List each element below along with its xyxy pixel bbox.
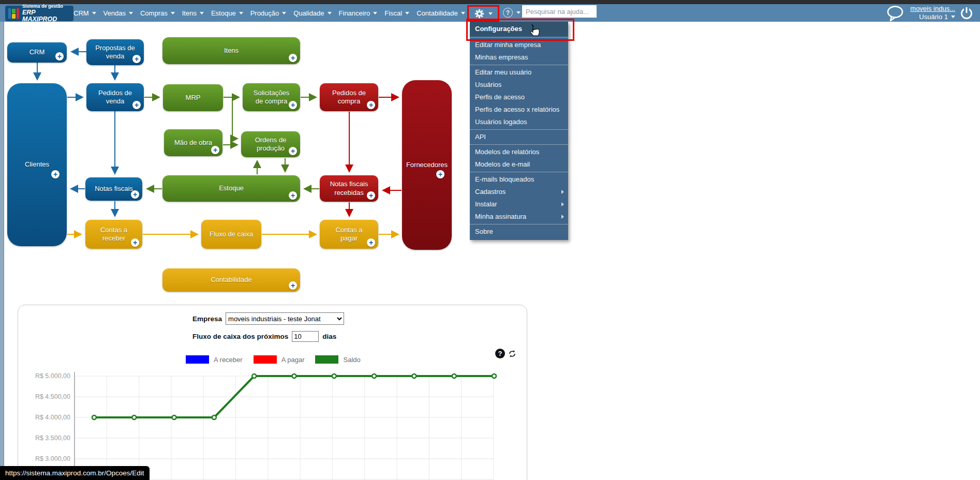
add-record-icon[interactable]: + <box>367 191 375 200</box>
nav-menu-vendas[interactable]: Vendas <box>103 9 133 17</box>
nav-menu-produção[interactable]: Produção <box>250 9 287 17</box>
add-record-icon[interactable]: + <box>211 146 219 154</box>
menu-item-e-mails-bloqueados[interactable]: E-mails bloqueados <box>470 173 568 186</box>
flow-box-fluxo-de-caixa[interactable]: Fluxo de caixa <box>201 220 261 249</box>
gear-icon <box>474 9 484 19</box>
svg-text:R$ 5.000,00: R$ 5.000,00 <box>35 372 70 380</box>
submenu-arrow-icon <box>561 190 564 194</box>
flow-box-ordens-de-producao[interactable]: Ordens de produção+ <box>241 131 300 157</box>
flow-box-propostas-de-venda[interactable]: Propostas de venda+ <box>86 39 144 65</box>
flow-box-estoque[interactable]: Estoque+ <box>162 175 300 202</box>
menu-separator <box>470 224 568 224</box>
caret-down-icon <box>200 12 204 14</box>
help-caret-icon <box>516 11 521 14</box>
add-record-icon[interactable]: + <box>131 190 139 199</box>
nav-menu-crm[interactable]: CRM <box>73 9 96 17</box>
add-record-icon[interactable]: + <box>289 281 297 290</box>
chart-help-icon[interactable]: ? <box>495 349 505 358</box>
menu-item-sobre[interactable]: Sobre <box>470 226 568 238</box>
browser-status-url: https://sistema.maxiprod.com.br/Opcoes/E… <box>0 466 150 480</box>
chart-legend: A receberA pagarSaldo <box>186 355 367 364</box>
menu-separator <box>470 129 568 130</box>
flow-box-mrp[interactable]: MRP <box>163 84 223 111</box>
chat-bubble-icon[interactable] <box>885 4 907 22</box>
menu-item-instalar[interactable]: Instalar <box>470 198 568 211</box>
flow-box-contabilidade[interactable]: Contabilidade+ <box>162 268 300 292</box>
nav-menu-financeiro[interactable]: Financeiro <box>339 9 378 17</box>
menu-item-editar-minha-empresa[interactable]: Editar minha empresa <box>470 39 568 51</box>
add-record-icon[interactable]: + <box>289 191 297 200</box>
legend-swatch-saldo <box>315 355 338 364</box>
refresh-icon[interactable] <box>508 349 517 358</box>
caret-down-icon <box>282 12 286 14</box>
flow-box-notas-fiscais-recebidas[interactable]: Notas fiscais recebidas+ <box>320 175 378 202</box>
add-record-icon[interactable]: + <box>289 101 297 109</box>
add-record-icon[interactable]: + <box>289 147 297 155</box>
cashflow-chart: R$ 5.000,00R$ 4.500,00R$ 4.000,00R$ 3.50… <box>19 369 525 480</box>
cashflow-panel: Empresa moveis industriais - teste Jonat… <box>18 305 527 480</box>
user-caret-icon <box>951 16 955 18</box>
menu-item-editar-meu-usu-rio[interactable]: Editar meu usuário <box>470 66 568 79</box>
help-menu-button[interactable]: ? <box>503 8 521 18</box>
menu-item-cadastros[interactable]: Cadastros <box>470 186 568 198</box>
nav-menu-qualidade[interactable]: Qualidade <box>293 9 331 17</box>
add-record-icon[interactable]: + <box>55 52 64 61</box>
caret-down-icon <box>239 12 243 14</box>
nav-menu-compras[interactable]: Compras <box>140 9 175 17</box>
user-menu[interactable]: Usuário 1 <box>919 13 955 21</box>
add-record-icon[interactable]: + <box>131 238 139 247</box>
flow-box-pedidos-de-venda[interactable]: Pedidos de venda+ <box>86 83 144 111</box>
add-record-icon[interactable]: + <box>132 101 141 109</box>
menu-item-modelos-de-e-mail[interactable]: Modelos de e-mail <box>470 158 568 171</box>
settings-caret-icon <box>488 12 493 15</box>
nav-menu-estoque[interactable]: Estoque <box>211 9 243 17</box>
nav-menu-fiscal[interactable]: Fiscal <box>384 9 409 17</box>
add-record-icon[interactable]: + <box>132 55 141 63</box>
menu-item-usu-rios-logados[interactable]: Usuários logados <box>470 116 568 128</box>
dias-input[interactable] <box>292 331 319 342</box>
erp-logo[interactable]: Sistema de gestão ERP MAXIPROD <box>5 6 73 21</box>
add-record-icon[interactable]: + <box>289 54 297 62</box>
nav-menu-itens[interactable]: Itens <box>182 9 204 17</box>
menu-item-perfis-de-acesso-x-relat-rios[interactable]: Perfis de acesso x relatórios <box>470 103 568 116</box>
legend-label: Saldo <box>343 356 360 364</box>
settings-gear-button[interactable] <box>467 5 499 22</box>
flow-box-mao-de-obra[interactable]: Mão de obra+ <box>164 129 222 156</box>
menu-item-api[interactable]: API <box>470 131 568 143</box>
empresa-select[interactable]: moveis industriais - teste Jonat <box>226 312 344 325</box>
menu-item-perfis-de-acesso[interactable]: Perfis de acesso <box>470 91 568 103</box>
dias-suffix: dias <box>322 333 336 340</box>
caret-down-icon <box>171 12 175 14</box>
search-input[interactable] <box>522 5 597 18</box>
menu-item-minhas-empresas[interactable]: Minhas empresas <box>470 51 568 64</box>
add-record-icon[interactable]: + <box>436 170 444 178</box>
flow-box-pedidos-de-compra[interactable]: Pedidos de compra+ <box>320 83 378 111</box>
flow-box-contas-a-receber[interactable]: Contas a receber+ <box>85 220 142 249</box>
add-record-icon[interactable]: + <box>367 101 375 109</box>
legend-swatch-a-pagar <box>254 355 277 364</box>
submenu-arrow-icon <box>561 202 564 206</box>
flow-box-clientes[interactable]: Clientes+ <box>7 83 67 246</box>
browser-top-strip <box>0 0 980 4</box>
flow-box-crm[interactable]: CRM+ <box>7 42 67 63</box>
flow-box-contas-a-pagar[interactable]: Contas a pagar+ <box>320 220 378 249</box>
menu-item-configura-es[interactable]: Configurações <box>470 22 568 36</box>
nav-menu-contabilidade[interactable]: Contabilidade <box>417 9 465 17</box>
menu-item-modelos-de-relat-rios[interactable]: Modelos de relatórios <box>470 146 568 158</box>
logout-power-icon[interactable] <box>959 6 974 20</box>
flow-box-fornecedores[interactable]: Fornecedores+ <box>402 80 452 250</box>
svg-text:R$ 3.000,00: R$ 3.000,00 <box>35 455 70 462</box>
company-link[interactable]: moveis indus... <box>910 5 955 12</box>
flow-box-itens[interactable]: Itens+ <box>162 37 300 64</box>
add-record-icon[interactable]: + <box>51 170 60 178</box>
legend-swatch-a-receber <box>186 355 209 364</box>
menu-separator <box>470 65 568 65</box>
menu-item-usu-rios[interactable]: Usuários <box>470 79 568 91</box>
add-record-icon[interactable]: + <box>367 238 375 247</box>
menu-item-minha-assinatura[interactable]: Minha assinatura <box>470 211 568 223</box>
nav-menus: CRMVendasComprasItensEstoqueProduçãoQual… <box>73 4 465 22</box>
flow-box-solicitacoes-de-compra[interactable]: Solicitações de compra+ <box>243 83 300 111</box>
caret-down-icon <box>461 12 465 14</box>
flow-box-notas-fiscais[interactable]: Notas fiscais+ <box>85 177 142 201</box>
svg-text:R$ 4.500,00: R$ 4.500,00 <box>35 393 70 400</box>
